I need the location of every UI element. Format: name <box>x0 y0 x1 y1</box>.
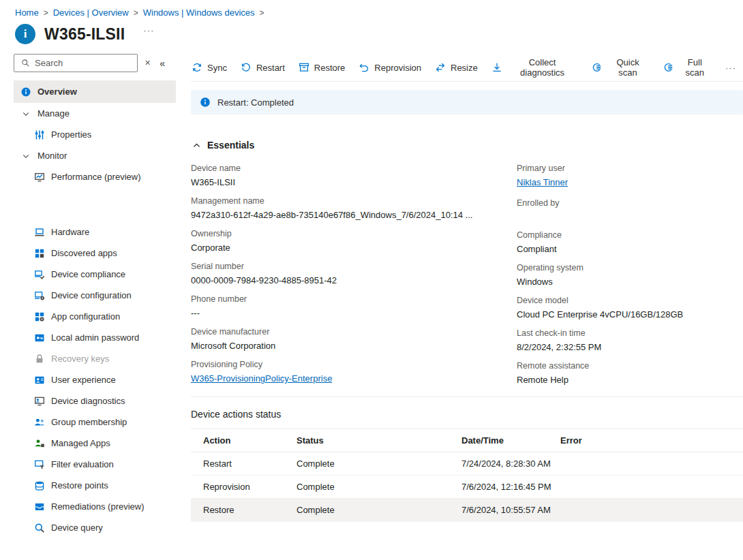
page-header: i W365-ILSII ··· <box>0 18 743 51</box>
recovery-keys-icon <box>34 354 45 364</box>
field-value: 9472a310-612f-4a29-ae8b-735140e67f86_Win… <box>191 209 517 221</box>
device-actions-table: ActionStatusDate/TimeError RestartComple… <box>191 429 743 522</box>
overview-info-icon <box>20 87 31 97</box>
cell-status: Complete <box>297 499 461 522</box>
sidebar-item-restore-points[interactable]: Restore points <box>14 475 176 496</box>
sidebar: ✕ « OverviewManagePropertiesMonitorPerfo… <box>0 54 176 538</box>
sidebar-item-label: Monitor <box>37 151 67 161</box>
sidebar-item-app-configuration[interactable]: App configuration <box>14 306 176 327</box>
chevron-up-icon <box>191 140 202 151</box>
sidebar-item-filter-evaluation[interactable]: Filter evaluation <box>14 454 176 475</box>
dismiss-search-icon[interactable]: ✕ <box>145 59 151 67</box>
provisioning-policy-link[interactable]: W365-ProvisioningPolicy-Enterprise <box>191 373 332 384</box>
sidebar-item-label: Properties <box>51 129 91 140</box>
column-header-date-time[interactable]: Date/Time <box>461 429 560 452</box>
toolbar-resize-button[interactable]: Resize <box>428 58 485 77</box>
cell-status: Complete <box>297 476 461 499</box>
toolbar-restore-button[interactable]: Restore <box>292 58 352 77</box>
column-header-action[interactable]: Action <box>191 429 297 452</box>
sidebar-item-managed-apps[interactable]: Managed Apps <box>14 433 176 454</box>
field-value: Windows <box>517 276 743 287</box>
field-compliance: ComplianceCompliant <box>517 230 743 255</box>
restart-icon <box>241 62 252 73</box>
sidebar-item-hardware[interactable]: Hardware <box>14 221 176 243</box>
sidebar-item-discovered-apps[interactable]: Discovered apps <box>14 243 176 264</box>
column-header-error[interactable]: Error <box>560 429 743 452</box>
discovered-apps-icon <box>34 248 45 259</box>
cell-error <box>560 452 743 476</box>
action-status-row-reprovision[interactable]: ReprovisionComplete7/6/2024, 12:16:45 PM <box>191 476 743 499</box>
user-experience-icon <box>34 375 45 386</box>
title-more-button[interactable]: ··· <box>143 25 154 35</box>
toolbar-button-label: Resize <box>451 63 478 73</box>
sidebar-item-properties[interactable]: Properties <box>14 124 176 145</box>
toolbar-sync-button[interactable]: Sync <box>191 58 234 77</box>
field-device-manufacturer: Device manufacturerMicrosoft Corporation <box>191 327 517 352</box>
field-label: Ownership <box>191 229 517 238</box>
chevron-down-icon <box>20 108 31 119</box>
sidebar-item-overview[interactable]: Overview <box>14 80 176 103</box>
sidebar-item-label: Managed Apps <box>51 438 110 448</box>
cell-error <box>560 476 743 499</box>
toolbar-more-button[interactable]: ··· <box>718 59 743 77</box>
sidebar-item-user-experience[interactable]: User experience <box>14 369 176 390</box>
sidebar-item-recovery-keys[interactable]: Recovery keys <box>14 348 176 369</box>
sidebar-item-label: Local admin password <box>51 332 139 343</box>
breadcrumb-link-windows-windows-devices[interactable]: Windows | Windows devices <box>143 7 255 18</box>
field-value: Cloud PC Enterprise 4vCPU/16GB/128GB <box>517 309 743 320</box>
field-device-model: Device modelCloud PC Enterprise 4vCPU/16… <box>517 296 743 320</box>
device-compliance-icon <box>34 269 45 280</box>
field-label: Device model <box>517 296 743 305</box>
toolbar-restart-button[interactable]: Restart <box>234 58 292 77</box>
primary-user-link[interactable]: Niklas Tinner <box>517 176 568 188</box>
toolbar-reprovision-button[interactable]: Reprovision <box>352 58 428 77</box>
breadcrumb-link-devices-overview[interactable]: Devices | Overview <box>53 7 129 18</box>
device-actions-status-title: Device actions status <box>191 409 743 420</box>
breadcrumb-separator: > <box>134 8 138 18</box>
cell-datetime: 7/6/2024, 12:16:45 PM <box>461 476 560 499</box>
managed-apps-icon <box>34 438 45 449</box>
restore-points-icon <box>34 480 45 491</box>
toolbar-button-label: Sync <box>207 63 227 73</box>
toolbar-collect-diagnostics-button[interactable]: Collect diagnostics <box>485 53 585 82</box>
essentials-grid: Device nameW365-ILSIIManagement name9472… <box>191 164 743 394</box>
sidebar-item-remediations-preview[interactable]: Remediations (preview) <box>14 496 176 517</box>
remediations-icon <box>34 501 45 512</box>
essentials-toggle[interactable]: Essentials <box>191 140 254 151</box>
sidebar-item-device-compliance[interactable]: Device compliance <box>14 264 176 285</box>
toolbar-full-scan-button[interactable]: Full scan <box>656 53 718 82</box>
sidebar-item-monitor[interactable]: Monitor <box>14 145 176 166</box>
toolbar: SyncRestartRestoreReprovisionResizeColle… <box>191 54 743 82</box>
sidebar-item-device-configuration[interactable]: Device configuration <box>14 285 176 306</box>
section-divider <box>191 396 743 397</box>
breadcrumb: Home>Devices | Overview>Windows | Window… <box>0 0 743 18</box>
toolbar-button-label: Full scan <box>678 57 712 78</box>
field-label: Provisioning Policy <box>191 360 517 369</box>
toolbar-quick-scan-button[interactable]: Quick scan <box>584 53 655 82</box>
sidebar-item-performance-preview[interactable]: Performance (preview) <box>14 166 176 187</box>
sidebar-item-manage[interactable]: Manage <box>14 103 176 124</box>
action-status-row-restart[interactable]: RestartComplete7/24/2024, 8:28:30 AM <box>191 452 743 476</box>
sidebar-item-device-diagnostics[interactable]: Device diagnostics <box>14 390 176 411</box>
reprovision-icon <box>359 62 369 73</box>
action-status-row-restore[interactable]: RestoreComplete7/6/2024, 10:55:57 AM <box>191 499 743 522</box>
field-label: Primary user <box>517 164 743 173</box>
collapse-sidebar-icon[interactable]: « <box>160 58 165 69</box>
sidebar-item-device-query[interactable]: Device query <box>14 517 176 538</box>
device-query-icon <box>34 523 45 533</box>
cell-datetime: 7/6/2024, 10:55:57 AM <box>461 499 560 522</box>
field-provisioning-policy: Provisioning PolicyW365-ProvisioningPoli… <box>191 360 517 386</box>
column-header-status[interactable]: Status <box>297 429 461 452</box>
sidebar-item-local-admin-password[interactable]: Local admin password <box>14 327 176 348</box>
device-diagnostics-icon <box>34 396 45 407</box>
field-primary-user: Primary userNiklas Tinner <box>517 164 743 190</box>
breadcrumb-link-home[interactable]: Home <box>15 7 39 18</box>
cell-action: Restart <box>191 452 297 476</box>
sidebar-item-label: Device query <box>51 523 103 533</box>
chevron-down-icon <box>20 151 31 161</box>
properties-icon <box>34 129 45 140</box>
search-input[interactable] <box>35 58 132 68</box>
filter-evaluation-icon <box>34 459 45 470</box>
main-content: SyncRestartRestoreReprovisionResizeColle… <box>191 54 743 522</box>
sidebar-item-group-membership[interactable]: Group membership <box>14 411 176 433</box>
